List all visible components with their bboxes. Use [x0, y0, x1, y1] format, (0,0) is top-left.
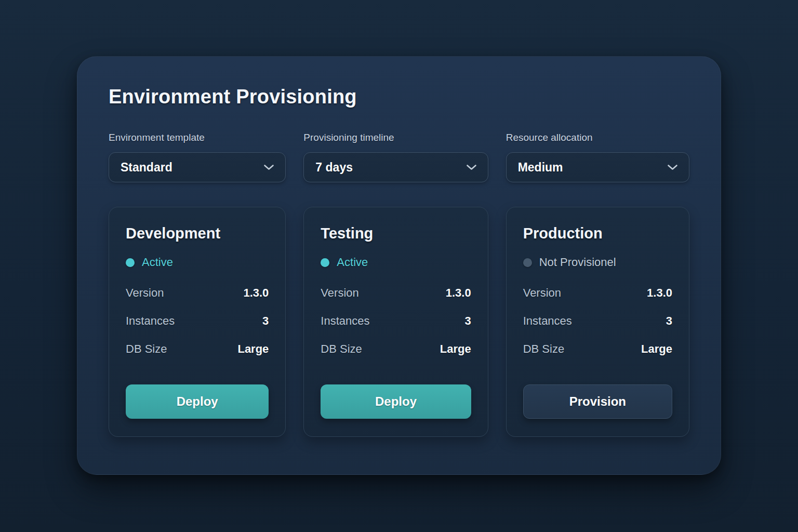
detail-label: Instances [321, 314, 369, 328]
detail-label: Version [126, 286, 164, 300]
environment-provisioning-panel: Environment Provisioning Environment tem… [77, 56, 721, 475]
resource-allocation-value: Medium [518, 161, 563, 175]
detail-label: Version [321, 286, 358, 300]
card-details: Version 1.3.0 Instances 3 DB Size Large [126, 279, 269, 363]
provision-button[interactable]: Provision [523, 384, 672, 419]
detail-row-version: Version 1.3.0 [126, 279, 269, 307]
card-title: Development [126, 225, 269, 242]
detail-value: 3 [464, 314, 471, 328]
chevron-down-icon [467, 165, 476, 170]
resource-allocation-select[interactable]: Medium [506, 152, 689, 182]
provisioning-timeline-label: Provisioning timeline [303, 132, 488, 143]
chevron-down-icon [668, 165, 677, 170]
detail-row-instances: Instances 3 [523, 307, 672, 335]
detail-value: 1.3.0 [243, 286, 269, 300]
provisioning-form: Environment template Standard Provisioni… [109, 132, 689, 182]
detail-label: Instances [126, 314, 175, 328]
card-details: Version 1.3.0 Instances 3 DB Size Large [321, 279, 471, 363]
detail-row-db-size: DB Size Large [523, 335, 672, 363]
status-label: Active [337, 256, 368, 269]
card-title: Testing [321, 225, 471, 242]
detail-label: Version [523, 286, 561, 300]
detail-label: DB Size [523, 342, 564, 356]
deploy-button[interactable]: Deploy [126, 384, 269, 419]
card-title: Production [523, 225, 672, 242]
environment-template-value: Standard [121, 161, 172, 175]
status-badge: Not Provisionel [523, 256, 672, 269]
detail-value: Large [440, 342, 471, 356]
card-production: Production Not Provisionel Version 1.3.0… [506, 207, 689, 437]
status-badge: Active [321, 256, 471, 269]
detail-row-instances: Instances 3 [126, 307, 269, 335]
field-resource-allocation: Resource allocation Medium [506, 132, 689, 182]
status-label: Not Provisionel [539, 256, 616, 269]
field-environment-template: Environment template Standard [109, 132, 286, 182]
field-provisioning-timeline: Provisioning timeline 7 days [303, 132, 488, 182]
detail-value: 3 [666, 314, 672, 328]
detail-row-version: Version 1.3.0 [523, 279, 672, 307]
page-title: Environment Provisioning [109, 86, 689, 108]
provisioning-timeline-select[interactable]: 7 days [303, 152, 488, 182]
status-dot-icon [321, 258, 329, 267]
detail-label: Instances [523, 314, 572, 328]
card-testing: Testing Active Version 1.3.0 Instances 3… [303, 207, 488, 437]
provisioning-timeline-value: 7 days [315, 161, 353, 175]
detail-row-version: Version 1.3.0 [321, 279, 471, 307]
detail-label: DB Size [126, 342, 167, 356]
detail-value: 1.3.0 [446, 286, 471, 300]
environment-template-select[interactable]: Standard [109, 152, 286, 182]
detail-row-db-size: DB Size Large [126, 335, 269, 363]
detail-value: Large [237, 342, 269, 356]
deploy-button[interactable]: Deploy [321, 384, 471, 419]
environment-template-label: Environment template [109, 132, 286, 143]
detail-value: 1.3.0 [647, 286, 672, 300]
detail-row-instances: Instances 3 [321, 307, 471, 335]
chevron-down-icon [264, 165, 274, 170]
detail-row-db-size: DB Size Large [321, 335, 471, 363]
status-label: Active [142, 256, 173, 269]
status-dot-icon [126, 258, 135, 267]
environment-cards: Development Active Version 1.3.0 Instanc… [109, 207, 689, 437]
detail-value: Large [641, 342, 672, 356]
detail-label: DB Size [321, 342, 362, 356]
status-badge: Active [126, 256, 269, 269]
card-development: Development Active Version 1.3.0 Instanc… [109, 207, 286, 437]
resource-allocation-label: Resource allocation [506, 132, 689, 143]
detail-value: 3 [262, 314, 269, 328]
card-details: Version 1.3.0 Instances 3 DB Size Large [523, 279, 672, 363]
status-dot-icon [523, 258, 532, 267]
